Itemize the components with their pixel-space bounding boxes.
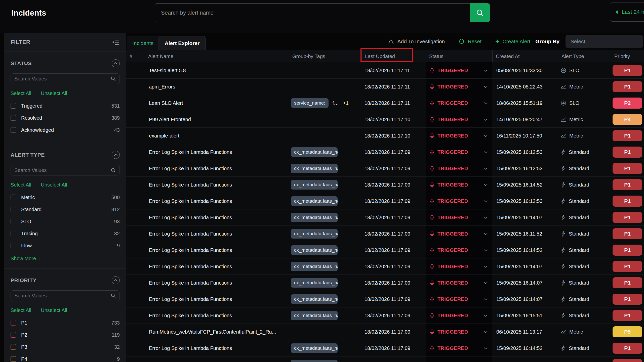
collapse-section-button[interactable] [112, 276, 120, 284]
status-cell[interactable]: TRIGGERED [426, 209, 492, 225]
status-cell[interactable]: TRIGGERED [426, 324, 492, 340]
tag-chip[interactable]: cx_metadata.faas_nam [291, 245, 338, 255]
tag-chip[interactable]: cx_metadata.faas_nam [291, 196, 338, 206]
status-cell[interactable]: TRIGGERED [426, 275, 492, 291]
create-alert-button[interactable]: + Create Alert [495, 38, 530, 45]
priority-badge[interactable]: P1 [613, 81, 642, 92]
tab-alert-explorer[interactable]: Alert Explorer [159, 36, 206, 50]
table-row[interactable]: Error Log Spike in Lambda Functionscx_me… [126, 144, 644, 160]
status-cell[interactable]: TRIGGERED [426, 128, 492, 144]
table-row[interactable]: Error Log Spike in Lambda Functionscx_me… [126, 209, 644, 226]
table-row[interactable]: Error Log Spike in Lambda Functionscx_me… [126, 160, 644, 177]
search-button[interactable] [470, 3, 490, 22]
table-row[interactable]: Error Log Spike in Lambda Functionscx_me… [126, 177, 644, 193]
status-cell[interactable]: TRIGGERED [426, 160, 492, 176]
status-cell[interactable]: TRIGGERED [426, 242, 492, 258]
group-by-select[interactable]: Select [566, 35, 643, 48]
priority-badge[interactable]: P4 [613, 114, 642, 125]
chevron-down-icon[interactable] [484, 298, 488, 301]
show-more-link[interactable]: Show More... [11, 256, 40, 261]
status-cell[interactable]: TRIGGERED [426, 258, 492, 275]
section-search-input[interactable] [14, 293, 110, 299]
tag-more-count[interactable]: +1 [343, 100, 349, 106]
tag-chip[interactable]: cx_metadata.faas_nam [291, 311, 338, 320]
table-row[interactable]: Error Log Spike in Lambda Functionscx_me… [126, 356, 644, 362]
column-header-alert-name[interactable]: Alert Name [145, 50, 289, 62]
tag-chip[interactable]: cx_metadata.faas_nam [291, 278, 338, 288]
time-range-button[interactable]: Last 24 hou [610, 3, 644, 22]
column-header-priority[interactable]: Priority [611, 50, 644, 62]
status-cell[interactable]: TRIGGERED [426, 62, 492, 78]
chevron-down-icon[interactable] [484, 233, 488, 235]
checkbox[interactable] [11, 103, 16, 109]
select-all-link[interactable]: Select All [11, 182, 31, 188]
table-row[interactable]: P99 Alert Frontend18/02/2026 11:17:10TRI… [126, 111, 644, 128]
priority-badge[interactable]: P1 [613, 294, 642, 305]
status-cell[interactable]: TRIGGERED [426, 226, 492, 242]
priority-badge[interactable]: P1 [613, 261, 642, 272]
checkbox[interactable] [11, 127, 16, 133]
table-row[interactable]: Error Log Spike in Lambda Functionscx_me… [126, 291, 644, 307]
chevron-down-icon[interactable] [484, 134, 488, 137]
collapse-section-button[interactable] [112, 151, 120, 159]
unselect-all-link[interactable]: Unselect All [41, 90, 67, 96]
checkbox[interactable] [11, 231, 16, 236]
chevron-down-icon[interactable] [484, 69, 488, 72]
table-row[interactable]: Error Log Spike in Lambda Functionscx_me… [126, 226, 644, 242]
table-row[interactable]: apm_Errors18/02/2026 11:17:11TRIGGERED14… [126, 79, 644, 95]
table-row[interactable]: RumMetrics_webVitalsFCP_FirstContentfulP… [126, 324, 644, 340]
checkbox[interactable] [11, 320, 16, 326]
column-header-status[interactable]: Status [426, 50, 492, 62]
table-row[interactable]: Test-slo alert 5.818/02/2026 11:17:11TRI… [126, 62, 644, 79]
priority-badge[interactable]: P1 [613, 212, 642, 223]
status-cell[interactable]: TRIGGERED [426, 144, 492, 160]
status-cell[interactable]: TRIGGERED [426, 356, 492, 362]
chevron-down-icon[interactable] [484, 249, 488, 252]
chevron-down-icon[interactable] [484, 118, 488, 121]
column-header-group-by-tags[interactable]: Group-by Tags [289, 50, 361, 62]
unselect-all-link[interactable]: Unselect All [41, 182, 67, 188]
table-row[interactable]: Lean SLO Alertservice_name:f…+118/02/202… [126, 95, 644, 111]
priority-badge[interactable]: P1 [613, 179, 642, 190]
select-all-link[interactable]: Select All [11, 90, 31, 96]
chevron-down-icon[interactable] [484, 184, 488, 186]
chevron-down-icon[interactable] [484, 265, 488, 268]
priority-badge[interactable]: P1 [613, 196, 642, 207]
chevron-down-icon[interactable] [484, 85, 488, 88]
status-cell[interactable]: TRIGGERED [426, 193, 492, 209]
table-row[interactable]: Error Log Spike in Lambda Functionscx_me… [126, 193, 644, 209]
tag-chip[interactable]: cx_metadata.faas_nam [291, 180, 338, 190]
section-search-input[interactable] [14, 167, 110, 173]
checkbox[interactable] [11, 115, 16, 121]
collapse-section-button[interactable] [112, 59, 120, 67]
tag-chip[interactable]: service_name: [291, 98, 329, 108]
tag-chip[interactable]: cx_metadata.faas_nam [291, 229, 338, 239]
tag-chip[interactable]: cx_metadata.faas_nam [291, 262, 338, 271]
table-row[interactable]: Error Log Spike in Lambda Functionscx_me… [126, 307, 644, 324]
collapse-panel-icon[interactable] [112, 39, 120, 46]
tag-chip[interactable]: cx_metadata.faas_nam [291, 294, 338, 304]
priority-badge[interactable]: P1 [613, 245, 642, 256]
tag-chip[interactable]: cx_metadata.faas_nam [291, 164, 338, 173]
chevron-down-icon[interactable] [484, 200, 488, 203]
priority-badge[interactable]: P5 [613, 326, 642, 337]
table-row[interactable]: Error Log Spike in Lambda Functionscx_me… [126, 340, 644, 356]
status-cell[interactable]: TRIGGERED [426, 79, 492, 95]
priority-badge[interactable]: P1 [613, 277, 642, 288]
status-cell[interactable]: TRIGGERED [426, 111, 492, 127]
chevron-down-icon[interactable] [484, 314, 488, 317]
checkbox[interactable] [11, 195, 16, 200]
checkbox[interactable] [11, 332, 16, 338]
column-header-last-updated[interactable]: Last Updated [361, 50, 426, 62]
chevron-down-icon[interactable] [484, 216, 488, 219]
search-input[interactable] [155, 3, 470, 22]
priority-badge[interactable]: P1 [613, 130, 642, 141]
chevron-down-icon[interactable] [484, 151, 488, 154]
column-header-created-at[interactable]: Created At [492, 50, 558, 62]
table-row[interactable]: Error Log Spike in Lambda Functionscx_me… [126, 258, 644, 275]
table-row[interactable]: example-alert18/02/2026 11:17:10TRIGGERE… [126, 128, 644, 144]
chevron-down-icon[interactable] [484, 102, 488, 105]
status-cell[interactable]: TRIGGERED [426, 95, 492, 111]
priority-badge[interactable]: P1 [613, 163, 642, 174]
checkbox[interactable] [11, 356, 16, 362]
